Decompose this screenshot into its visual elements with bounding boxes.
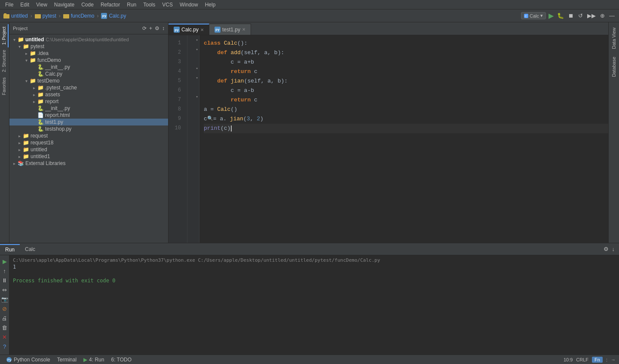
tree-item-test1py[interactable]: 🐍 test1.py [9, 119, 168, 125]
fold-btn-2[interactable]: ▾ [196, 47, 198, 52]
menu-view[interactable]: View [33, 1, 51, 9]
close-panel-icon[interactable]: ↓ [611, 245, 616, 253]
fold-btn-5[interactable]: ▾ [196, 76, 198, 80]
code-line-9: c🔍= a. jian(3, 2) [204, 114, 608, 124]
tree-item-untitled-root[interactable]: ▾ 📁 untitled C:\Users\apple\Desktop\unti… [9, 36, 168, 43]
debug-button[interactable]: 🐛 [556, 12, 565, 20]
right-tab-dataview[interactable]: Data View [610, 24, 618, 52]
tree-item-testshoppy[interactable]: 🐍 testshop.py [9, 125, 168, 132]
menu-refactor[interactable]: Refactor [97, 1, 123, 9]
sidebar-sync-icon[interactable]: ⟳ [142, 25, 147, 31]
run-close-btn[interactable]: ✕ [0, 333, 9, 341]
bottom-tab-run[interactable]: Run [0, 244, 20, 254]
tree-item-init1[interactable]: 🐍 __init__.py [9, 64, 168, 70]
menu-navigate[interactable]: Navigate [51, 1, 78, 9]
fold-btn-1[interactable]: ▾ [196, 38, 198, 43]
sidebar-expand-icon[interactable]: ↕ [162, 25, 165, 31]
rerun-button[interactable]: ↺ [577, 12, 584, 20]
tree-item-pytest-cache[interactable]: ▸ 📁 .pytest_cache [9, 84, 168, 91]
menu-vcs[interactable]: VCS [159, 1, 176, 9]
left-tab-project[interactable]: 1: Project [0, 24, 9, 47]
run-pause-btn[interactable]: ⏸ [0, 276, 9, 284]
tree-item-untitled2[interactable]: ▸ 📁 untitled [9, 146, 168, 153]
tree-arrow-request[interactable]: ▸ [16, 134, 22, 138]
right-tab-database[interactable]: Database [610, 53, 618, 80]
breadcrumb-calcpy[interactable]: Calc.py [109, 13, 126, 19]
breadcrumb-funcdemo[interactable]: funcDemo [71, 13, 95, 19]
tree-item-assets[interactable]: ▸ 📁 assets [9, 91, 168, 98]
sidebar-settings-icon[interactable]: ⚙ [155, 25, 159, 31]
run-copy-btn[interactable]: ⊘ [0, 304, 9, 313]
tree-arrow-ext[interactable]: ▸ [11, 161, 17, 166]
tree-arrow-untitled[interactable]: ▾ [11, 37, 17, 42]
tree-arrow-untitled1[interactable]: ▸ [16, 154, 22, 159]
run-play-btn[interactable]: ▶ [0, 257, 9, 266]
menu-run[interactable]: Run [123, 1, 140, 9]
menu-window[interactable]: Window [176, 1, 202, 9]
tree-arrow-idea[interactable]: ▸ [23, 51, 29, 56]
breadcrumb-untitled[interactable]: untitled [11, 13, 28, 19]
tree-item-pytest[interactable]: ▾ 📁 pytest [9, 43, 168, 50]
dropdown-arrow: ▾ [540, 13, 543, 18]
tree-arrow-testdemo[interactable]: ▾ [23, 79, 29, 83]
menu-help[interactable]: Help [202, 1, 219, 9]
sidebar-add-icon[interactable]: + [149, 25, 152, 31]
left-tab-favorites[interactable]: Favorites [0, 75, 9, 98]
run-screenshot-btn[interactable]: 📷 [0, 295, 9, 303]
tree-arrow-pytest[interactable]: ▾ [16, 44, 22, 49]
tab-calcpy[interactable]: py Calc.py ✕ [169, 24, 209, 35]
tab-test1py-close[interactable]: ✕ [242, 27, 245, 32]
menu-code[interactable]: Code [78, 1, 97, 9]
run-print-btn[interactable]: 🖨 [0, 314, 9, 322]
tree-item-untitled1[interactable]: ▸ 📁 untitled1 [9, 153, 168, 160]
code-content[interactable]: class Calc(): def add(self, a, b): c = a… [199, 35, 608, 243]
folder-icon-testdemo: 📁 [29, 78, 36, 84]
tree-item-request[interactable]: ▸ 📁 request [9, 132, 168, 139]
terminal-tab[interactable]: Terminal [55, 356, 79, 364]
run-tab[interactable]: ▶ 4: Run [81, 356, 107, 364]
run-wrap-btn[interactable]: ⇔ [0, 285, 9, 294]
resume-button[interactable]: ▶▶ [586, 12, 597, 20]
run-button[interactable]: ▶ [549, 12, 554, 20]
run-help-btn[interactable]: ? [0, 342, 9, 351]
menu-tools[interactable]: Tools [140, 1, 159, 9]
tree-item-idea[interactable]: ▸ 📁 .idea [9, 50, 168, 57]
tree-arrow-report[interactable]: ▸ [31, 99, 37, 104]
tree-item-testdemo[interactable]: ▾ 📁 testDemo [9, 77, 168, 84]
left-tab-structure[interactable]: 2: Structure [0, 47, 9, 75]
python-console-tab[interactable]: Py Python Console [3, 356, 53, 364]
tree-arrow-request18[interactable]: ▸ [16, 141, 22, 145]
tree-arrow-assets[interactable]: ▸ [31, 92, 37, 97]
code-editor[interactable]: 1 2 3 4 5 6 7 8 9 10 ▾ ▾ ▾ ▾ ▾ [169, 35, 608, 243]
console-exit-line: Process finished with exit code 0 [13, 277, 616, 284]
gutter-row-5: ▾ [187, 73, 199, 83]
menu-file[interactable]: File [2, 1, 17, 9]
tree-item-funcdemo[interactable]: ▾ 📁 funcDemo [9, 57, 168, 64]
coverage-button[interactable]: ⊕ [599, 12, 606, 20]
tree-item-calcpy[interactable]: 🐍 Calc.py [9, 70, 168, 77]
stop-button[interactable]: ⏹ [567, 12, 575, 20]
tree-arrow-untitled2[interactable]: ▸ [16, 147, 22, 152]
tree-item-init2[interactable]: 🐍 __init__.py [9, 105, 168, 112]
breadcrumb-pytest[interactable]: pytest [43, 13, 56, 19]
settings-icon[interactable]: ⚙ [603, 245, 610, 253]
run-trash-btn[interactable]: 🗑 [0, 323, 9, 332]
todo-tab[interactable]: 6: TODO [108, 356, 134, 364]
fold-btn-4[interactable]: ▾ [196, 66, 198, 71]
tree-item-report-html[interactable]: 📄 report.html [9, 112, 168, 119]
tab-test1py[interactable]: py test1.py ✕ [209, 24, 251, 35]
tree-item-request18[interactable]: ▸ 📁 request18 [9, 139, 168, 146]
run-up-btn[interactable]: ↑ [0, 266, 9, 275]
tab-calcpy-close[interactable]: ✕ [200, 28, 204, 32]
menu-edit[interactable]: Edit [17, 1, 33, 9]
tree-arrow-funcdemo[interactable]: ▾ [23, 58, 29, 63]
fold-btn-7[interactable]: ▾ [196, 95, 198, 99]
tree-item-ext-libs[interactable]: ▸ 📚 External Libraries [9, 160, 168, 167]
sidebar-tree: ▾ 📁 untitled C:\Users\apple\Desktop\unti… [9, 34, 168, 243]
tree-arrow-cache[interactable]: ▸ [31, 86, 37, 90]
py-icon-init2: 🐍 [37, 105, 44, 111]
minimize-button[interactable]: — [608, 12, 616, 20]
run-config-badge[interactable]: C Calc ▾ [521, 12, 546, 19]
bottom-tab-calc[interactable]: Calc [20, 245, 40, 254]
tree-item-report[interactable]: ▸ 📁 report [9, 98, 168, 105]
